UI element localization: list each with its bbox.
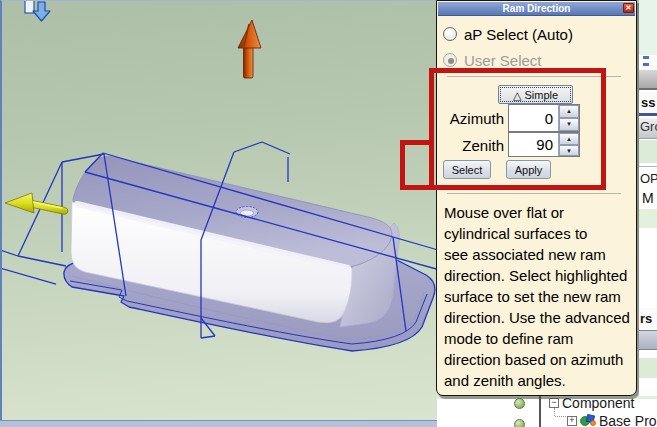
- cursor-insert-icon: [25, 0, 50, 21]
- panel-row-fragment: Gro: [639, 118, 657, 138]
- background-properties-panel: ss Gro OP M rs: [639, 0, 657, 427]
- panel-header-fragment: ss: [639, 92, 657, 113]
- radio-label: User Select: [464, 52, 542, 69]
- zenith-field-group: ▲ ▼: [508, 132, 580, 157]
- radio-circle-icon[interactable]: [443, 53, 457, 67]
- zenith-label: Zenith: [439, 137, 504, 154]
- tree-node-base-pro[interactable]: Base Pro: [599, 413, 657, 427]
- panel-row: [639, 140, 657, 163]
- panel-row-fragment: M: [639, 189, 657, 209]
- base-pro-icon: [580, 414, 596, 427]
- tree-node-component[interactable]: Component: [562, 396, 634, 411]
- radio-circle-icon[interactable]: [443, 27, 457, 41]
- horizontal-scrollbar[interactable]: [0, 420, 438, 427]
- header-underline: [639, 113, 657, 116]
- feature-tree-panel: − Component + Base Pro: [437, 396, 657, 427]
- panel-splitter[interactable]: [639, 70, 657, 90]
- select-button[interactable]: Select: [443, 160, 491, 179]
- tree-connector: [555, 416, 566, 417]
- azimuth-spinner: ▲ ▼: [558, 105, 579, 131]
- azimuth-label: Azimuth: [439, 110, 504, 127]
- separator: [447, 76, 621, 77]
- spin-up-icon[interactable]: ▲: [559, 105, 579, 118]
- panel-row: [639, 358, 657, 378]
- radio-label: aP Select (Auto): [464, 26, 573, 43]
- status-ball-icon[interactable]: [514, 419, 525, 427]
- dialog-titlebar[interactable]: Ram Direction: [438, 2, 635, 16]
- panel-row: [639, 209, 657, 228]
- zenith-input[interactable]: [509, 133, 556, 156]
- azimuth-field-group: ▲ ▼: [508, 104, 580, 132]
- expand-node-icon[interactable]: +: [567, 416, 577, 426]
- divider: [639, 166, 657, 167]
- application-screen: ss Gro OP M rs − Component + Base Pro Ra…: [0, 0, 657, 427]
- dialog-title: Ram Direction: [503, 3, 571, 14]
- status-ball-icon[interactable]: [514, 398, 525, 409]
- panel-splitter[interactable]: [639, 330, 657, 350]
- azimuth-input[interactable]: [509, 105, 556, 131]
- bullet-icon: [643, 63, 649, 66]
- simple-button-label: Simple: [524, 89, 558, 101]
- ram-direction-dialog: Ram Direction ✕ aP Select (Auto) User Se…: [436, 0, 637, 396]
- zenith-spinner: ▲ ▼: [558, 133, 579, 156]
- triangle-up-icon: △: [513, 89, 521, 101]
- spin-up-icon[interactable]: ▲: [559, 133, 579, 145]
- divider: [639, 138, 657, 139]
- bullet-icon: [643, 56, 649, 59]
- collapse-node-icon[interactable]: −: [549, 398, 559, 408]
- apply-button[interactable]: Apply: [506, 160, 551, 179]
- ram-direction-arrow[interactable]: [238, 20, 261, 78]
- panel-divider: [539, 396, 541, 427]
- help-text: Mouse over flat or cylindrical surfaces …: [444, 202, 632, 391]
- panel-row: [639, 0, 657, 55]
- spin-down-icon[interactable]: ▼: [559, 145, 579, 157]
- panel-row-fragment: OP: [639, 168, 657, 189]
- axis-arrow[interactable]: [5, 193, 68, 214]
- simple-mode-button[interactable]: △ Simple: [498, 85, 573, 104]
- spin-down-icon[interactable]: ▼: [559, 118, 579, 131]
- close-icon[interactable]: ✕: [623, 3, 634, 13]
- tree-connector: [554, 408, 555, 416]
- radio-dot-icon: [448, 58, 454, 64]
- separator: [447, 193, 621, 194]
- panel-header-fragment: rs: [639, 308, 657, 330]
